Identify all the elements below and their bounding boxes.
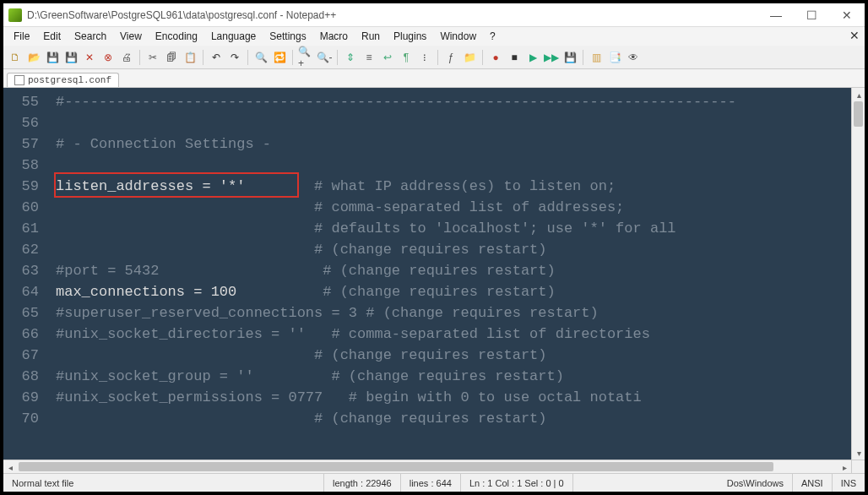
paste-icon[interactable]: 📋 bbox=[182, 49, 198, 66]
code-line[interactable] bbox=[56, 112, 851, 133]
vscroll-thumb[interactable] bbox=[854, 101, 863, 127]
cut-icon[interactable]: ✂ bbox=[144, 49, 161, 66]
menu-settings[interactable]: Settings bbox=[263, 29, 312, 44]
close-all-icon[interactable]: ⊗ bbox=[100, 49, 117, 66]
hscroll-thumb[interactable] bbox=[19, 462, 773, 471]
code-line[interactable]: #---------------------------------------… bbox=[56, 91, 851, 112]
scroll-left-icon[interactable]: ◂ bbox=[3, 460, 17, 473]
scroll-down-icon[interactable]: ▾ bbox=[852, 446, 865, 460]
code-line[interactable]: # defaults to 'localhost'; use '*' for a… bbox=[56, 218, 851, 239]
sync-h-icon[interactable]: ≡ bbox=[361, 49, 377, 66]
code-line[interactable]: # (change requires restart) bbox=[56, 345, 851, 366]
line-number: 55 bbox=[3, 91, 47, 112]
redo-icon[interactable]: ↷ bbox=[226, 49, 243, 66]
code-line[interactable]: # (change requires restart) bbox=[56, 408, 851, 429]
replace-icon[interactable]: 🔁 bbox=[271, 49, 288, 66]
code-line[interactable]: # - Connection Settings - bbox=[56, 133, 851, 155]
doc-map-icon[interactable]: ▥ bbox=[588, 49, 605, 66]
maximize-button[interactable]: ☐ bbox=[794, 3, 829, 27]
menu-language[interactable]: Language bbox=[204, 29, 263, 44]
show-all-chars-icon[interactable]: ¶ bbox=[398, 49, 415, 66]
line-number: 68 bbox=[3, 366, 47, 387]
line-number: 66 bbox=[3, 324, 47, 345]
code-line[interactable]: # comma-separated list of addresses; bbox=[56, 197, 851, 218]
word-wrap-icon[interactable]: ↩ bbox=[379, 49, 396, 66]
line-number: 65 bbox=[3, 302, 47, 324]
horizontal-scrollbar[interactable]: ◂ ▸ bbox=[3, 460, 851, 473]
titlebar: D:\GreenSoftware\PostgreSQL961\data\post… bbox=[3, 3, 865, 27]
open-file-icon[interactable]: 📂 bbox=[25, 49, 42, 66]
toolbar-separator bbox=[292, 50, 293, 65]
line-number: 59 bbox=[3, 176, 47, 197]
code-area[interactable]: #---------------------------------------… bbox=[56, 91, 851, 429]
line-number: 64 bbox=[3, 281, 47, 302]
menu-help[interactable]: ? bbox=[483, 29, 502, 44]
scroll-right-icon[interactable]: ▸ bbox=[838, 460, 851, 473]
code-line[interactable]: max_connections = 100 # (change requires… bbox=[56, 281, 851, 302]
status-position: Ln : 1 Col : 1 Sel : 0 | 0 bbox=[461, 474, 573, 492]
code-line[interactable]: # (change requires restart) bbox=[56, 239, 851, 260]
menu-file[interactable]: File bbox=[7, 29, 36, 44]
line-number: 56 bbox=[3, 112, 47, 133]
zoom-in-icon[interactable]: 🔍+ bbox=[297, 49, 314, 66]
window-title: D:\GreenSoftware\PostgreSQL961\data\post… bbox=[27, 9, 336, 21]
doc-list-icon[interactable]: 📑 bbox=[606, 49, 623, 66]
scroll-corner bbox=[851, 460, 865, 473]
print-icon[interactable]: 🖨 bbox=[118, 49, 135, 66]
code-line[interactable]: #unix_socket_permissions = 0777 # begin … bbox=[56, 387, 851, 408]
tab-postgresql-conf[interactable]: postgresql.conf bbox=[7, 73, 119, 87]
line-number: 57 bbox=[3, 133, 47, 155]
vertical-scrollbar[interactable]: ▴ ▾ bbox=[851, 88, 865, 460]
line-number: 69 bbox=[3, 387, 47, 408]
monitor-icon[interactable]: 👁 bbox=[625, 49, 642, 66]
record-icon[interactable]: ● bbox=[487, 49, 504, 66]
code-line[interactable]: #superuser_reserved_connections = 3 # (c… bbox=[56, 302, 851, 324]
save-icon[interactable]: 💾 bbox=[44, 49, 61, 66]
function-list-icon[interactable]: ƒ bbox=[442, 49, 459, 66]
status-filetype: Normal text file bbox=[3, 474, 324, 492]
line-gutter: 55565758596061626364656667686970 bbox=[3, 91, 47, 429]
save-all-icon[interactable]: 💾 bbox=[62, 49, 79, 66]
menu-edit[interactable]: Edit bbox=[36, 29, 68, 44]
file-icon bbox=[14, 75, 24, 85]
new-file-icon[interactable]: 🗋 bbox=[7, 49, 24, 66]
menu-encoding[interactable]: Encoding bbox=[149, 29, 204, 44]
minimize-button[interactable]: — bbox=[758, 3, 794, 27]
toolbar-separator bbox=[437, 50, 438, 65]
code-line[interactable]: #unix_socket_group = '' # (change requir… bbox=[56, 366, 851, 387]
stop-icon[interactable]: ■ bbox=[506, 49, 523, 66]
toolbar-separator bbox=[583, 50, 583, 65]
menu-search[interactable]: Search bbox=[68, 29, 113, 44]
status-encoding: ANSI bbox=[793, 474, 833, 492]
line-number: 63 bbox=[3, 260, 47, 281]
status-insert-mode: INS bbox=[833, 474, 865, 492]
statusbar: Normal text file length : 22946 lines : … bbox=[3, 473, 865, 492]
scroll-up-icon[interactable]: ▴ bbox=[852, 88, 865, 101]
close-button[interactable]: ✕ bbox=[829, 3, 865, 27]
menu-plugins[interactable]: Plugins bbox=[387, 29, 433, 44]
status-lines: lines : 644 bbox=[401, 474, 461, 492]
menu-run[interactable]: Run bbox=[355, 29, 387, 44]
menu-view[interactable]: View bbox=[113, 29, 149, 44]
code-line[interactable] bbox=[56, 155, 851, 176]
menu-window[interactable]: Window bbox=[433, 29, 483, 44]
code-line[interactable]: #port = 5432 # (change requires restart) bbox=[56, 260, 851, 281]
secondary-close-icon[interactable]: ✕ bbox=[849, 29, 860, 42]
close-file-icon[interactable]: ✕ bbox=[81, 49, 98, 66]
play-multi-icon[interactable]: ▶▶ bbox=[543, 49, 560, 66]
code-line[interactable]: #unix_socket_directories = '' # comma-se… bbox=[56, 324, 851, 345]
indent-guide-icon[interactable]: ⫶ bbox=[416, 49, 433, 66]
sync-v-icon[interactable]: ⇕ bbox=[342, 49, 359, 66]
play-icon[interactable]: ▶ bbox=[524, 49, 541, 66]
status-eol: Dos\Windows bbox=[719, 474, 793, 492]
save-macro-icon[interactable]: 💾 bbox=[561, 49, 578, 66]
editor[interactable]: 55565758596061626364656667686970 #------… bbox=[3, 88, 865, 473]
find-icon[interactable]: 🔍 bbox=[252, 49, 269, 66]
line-number: 58 bbox=[3, 155, 47, 176]
menu-macro[interactable]: Macro bbox=[313, 29, 355, 44]
code-line[interactable]: listen_addresses = '*' # what IP address… bbox=[56, 176, 851, 197]
folder-icon[interactable]: 📁 bbox=[461, 49, 478, 66]
undo-icon[interactable]: ↶ bbox=[208, 49, 225, 66]
zoom-out-icon[interactable]: 🔍- bbox=[316, 49, 333, 66]
copy-icon[interactable]: 🗐 bbox=[163, 49, 180, 66]
